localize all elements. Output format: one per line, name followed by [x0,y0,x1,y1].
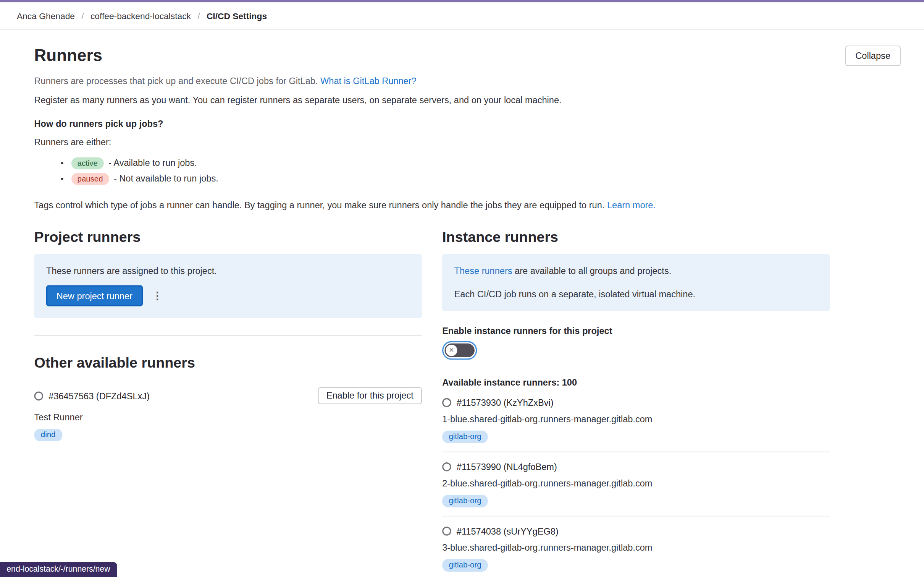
runner-id: #11574038 (sUrYYgEG8) [457,526,559,536]
runner-status-icon [442,527,451,536]
runner-tag: gitlab-org [442,559,488,572]
available-instance-runners-label: Available instance runners: 100 [442,377,830,387]
toggle-off-x-icon: ✕ [446,345,457,356]
enable-for-project-button[interactable]: Enable for this project [318,387,422,404]
bullet-icon: • [61,173,64,183]
runner-host: 1-blue.shared-gitlab-org.runners-manager… [442,414,830,424]
runner-id-group: #11573930 (KzYhZxBvi) [442,397,830,408]
runner-status-icon [34,391,44,400]
other-runner-row: #36457563 (DFZd4SLxJ) Enable for this pr… [34,387,422,404]
instance-runners-info-line2: Each CI/CD job runs on a separate, isola… [454,289,818,299]
paused-badge: paused [71,173,109,185]
list-item: •paused- Not available to run jobs. [61,170,901,186]
main-content: Runners Collapse Runners are processes t… [0,30,924,572]
project-runners-title: Project runners [34,228,422,246]
paused-description: - Not available to run jobs. [114,173,218,183]
runner-status-icon [442,398,451,407]
project-runners-info-box: These runners are assigned to this proje… [34,254,422,318]
project-runners-actions: New project runner ⋮ [46,285,410,306]
active-badge: active [71,157,104,169]
runner-tag: gitlab-org [442,495,488,507]
runners-intro: Runners are processes that pick up and e… [34,76,901,86]
project-runners-column: Project runners These runners are assign… [34,228,422,441]
breadcrumb-user[interactable]: Anca Ghenade [17,11,75,21]
project-runners-info-text: These runners are assigned to this proje… [46,266,410,276]
runner-host: 3-blue.shared-gitlab-org.runners-manager… [442,542,830,553]
runners-are-either-text: Runners are either: [34,137,901,147]
tags-text: Tags control which type of jobs a runner… [34,200,605,210]
instance-runner-row: #11574038 (sUrYYgEG8) 3-blue.shared-gitl… [442,526,830,572]
toggle-track: ✕ [444,344,475,357]
runners-title-row: Runners Collapse [34,45,901,66]
instance-runners-title: Instance runners [442,228,830,246]
these-runners-link[interactable]: These runners [454,266,512,276]
breadcrumb: Anca Ghenade / coffee-backend-localstack… [0,2,924,30]
register-text: Register as many runners as you want. Yo… [34,95,901,105]
runner-name: Test Runner [34,412,422,422]
browser-url-preview: end-localstack/-/runners/new [0,562,117,577]
instance-runners-column: Instance runners These runners are avail… [442,228,830,572]
instance-runners-list: #11573930 (KzYhZxBvi) 1-blue.shared-gitl… [442,397,830,572]
instance-runner-row: #11573930 (KzYhZxBvi) 1-blue.shared-gitl… [442,397,830,452]
breadcrumb-current-page[interactable]: CI/CD Settings [207,11,267,21]
gitlab-runners-settings-page: Anca Ghenade / coffee-backend-localstack… [0,0,924,577]
instance-runners-info-line1: These runners are available to all group… [454,266,818,276]
runners-columns: Project runners These runners are assign… [34,228,901,572]
info-rest: are available to all groups and projects… [512,266,672,276]
kebab-menu-icon[interactable]: ⋮ [146,288,168,303]
runner-id: #11573990 (NL4gfoBem) [457,462,557,472]
bullet-icon: • [61,158,64,167]
collapse-button[interactable]: Collapse [845,45,901,66]
runner-id: #36457563 (DFZd4SLxJ) [48,391,150,401]
divider [442,516,830,517]
learn-more-link[interactable]: Learn more. [607,200,656,210]
what-is-gitlab-runner-link[interactable]: What is GitLab Runner? [320,76,417,86]
runner-id: #11573930 (KzYhZxBvi) [457,397,554,408]
breadcrumb-project[interactable]: coffee-backend-localstack [90,11,191,21]
runner-status-icon [442,462,451,472]
divider [34,335,422,336]
list-item: •active- Available to run jobs. [61,155,901,170]
divider [442,452,830,452]
active-description: - Available to run jobs. [108,157,197,168]
breadcrumb-separator: / [197,11,200,21]
runner-state-list: •active- Available to run jobs. •paused-… [34,155,901,186]
breadcrumb-separator: / [81,11,84,21]
runner-id-group: #11573990 (NL4gfoBem) [442,462,830,472]
instance-runners-toggle[interactable]: ✕ [442,341,477,360]
runner-id-group: #36457563 (DFZd4SLxJ) [34,391,150,401]
enable-instance-runners-label: Enable instance runners for this project [442,326,830,336]
how-runners-pick-up-jobs-heading: How do runners pick up jobs? [34,118,901,129]
page-title: Runners [34,45,102,66]
runner-tag: dind [34,429,62,441]
tags-description: Tags control which type of jobs a runner… [34,200,901,210]
instance-runner-row: #11573990 (NL4gfoBem) 2-blue.shared-gitl… [442,462,830,516]
new-project-runner-button[interactable]: New project runner [46,285,143,306]
runner-id-group: #11574038 (sUrYYgEG8) [442,526,830,536]
runner-host: 2-blue.shared-gitlab-org.runners-manager… [442,478,830,488]
instance-runners-info-box: These runners are available to all group… [442,254,830,311]
runner-tag: gitlab-org [442,431,488,443]
other-available-runners-title: Other available runners [34,354,422,372]
intro-text: Runners are processes that pick up and e… [34,76,318,86]
